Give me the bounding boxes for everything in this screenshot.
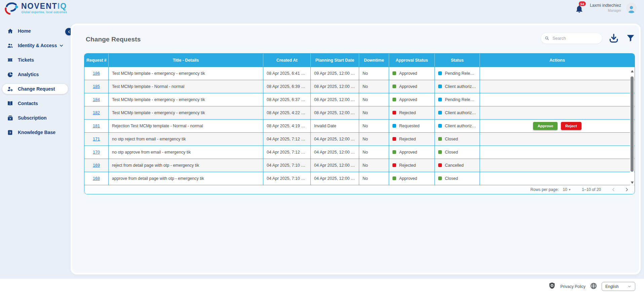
cell-downtime: No xyxy=(359,145,389,159)
cell-created-at: 04 Apr 2025, 7:12 PM xyxy=(263,145,311,159)
scroll-up-arrow[interactable] xyxy=(631,70,634,72)
brand-name: NOVENTIQ xyxy=(21,2,67,10)
sidebar-item-label: Subscription xyxy=(18,115,47,121)
notifications-button[interactable]: 54 xyxy=(575,2,585,13)
privacy-policy-link[interactable]: Privacy Policy xyxy=(560,284,585,289)
cell-approval-status: Requested xyxy=(389,119,435,132)
status-label: Closed xyxy=(445,176,458,181)
sidebar-item-subscription[interactable]: Subscription xyxy=(2,113,68,123)
request-link[interactable]: 185 xyxy=(93,84,100,89)
request-link[interactable]: 182 xyxy=(93,110,100,115)
status-label: Cancelled xyxy=(445,163,464,168)
request-link[interactable]: 170 xyxy=(93,150,100,155)
request-link[interactable]: 168 xyxy=(93,176,100,181)
cell-title: Test MCMp template - emergency - emergen… xyxy=(109,93,263,106)
status-dot xyxy=(438,111,442,115)
column-header-approval: Approval Status xyxy=(389,54,435,67)
cell-created-at: 04 Apr 2025, 7:10 PM xyxy=(263,159,311,172)
sidebar-item-knowledge-base[interactable]: ?Knowledge Base xyxy=(2,127,68,137)
chevron-left-icon xyxy=(610,187,616,193)
user-avatar[interactable] xyxy=(626,3,637,13)
filter-button[interactable] xyxy=(626,33,635,44)
cell-approval-status: Approved xyxy=(389,145,435,159)
globe-icon xyxy=(590,282,597,291)
status-dot xyxy=(438,85,442,88)
user-name: Laxmi indtechiez xyxy=(590,3,621,8)
next-page-button[interactable] xyxy=(624,187,630,193)
scrollbar-thumb[interactable] xyxy=(631,76,634,172)
approval-status-label: Rejected xyxy=(399,163,416,168)
column-header-downtime: Downtime xyxy=(359,54,389,67)
sidebar-item-change-request[interactable]: Change Request xyxy=(2,84,68,94)
request-link[interactable]: 181 xyxy=(93,124,100,128)
approval-status-dot xyxy=(392,150,396,154)
privacy-shield-icon xyxy=(548,282,556,291)
sidebar-item-contacts[interactable]: Contacts xyxy=(2,98,68,108)
search-icon xyxy=(544,36,550,42)
cell-created-at: 08 Apr 2025, 4:22 PM xyxy=(263,106,311,119)
table-row: 186Test MCMp template - emergency - emer… xyxy=(84,67,635,80)
user-info: Laxmi indtechiez Manager xyxy=(590,3,621,12)
approval-status-label: Approved xyxy=(399,150,417,155)
cell-actions xyxy=(480,172,635,185)
cell-title: Rejection Test MCMp template - Normal - … xyxy=(109,119,263,132)
status-label: Client authorization xyxy=(445,110,480,115)
sidebar-item-tickets[interactable]: Tickets xyxy=(2,55,68,65)
cell-status: Pending Release xyxy=(435,93,480,106)
download-button[interactable] xyxy=(608,33,620,45)
cell-downtime: No xyxy=(359,80,389,93)
search-input[interactable] xyxy=(541,33,602,44)
cell-planning-start: 04 Apr 2025, 12:00 AM xyxy=(311,172,359,185)
request-link[interactable]: 169 xyxy=(93,163,100,168)
cell-actions xyxy=(480,80,635,93)
sidebar-item-identity-access[interactable]: Identity & Access xyxy=(2,40,68,51)
request-link[interactable]: 171 xyxy=(93,137,100,141)
status-label: Client authorization xyxy=(445,124,480,128)
sidebar-item-label: Identity & Access xyxy=(18,43,57,48)
cell-created-at: 04 Apr 2025, 7:12 PM xyxy=(263,132,311,145)
cell-status: Closed xyxy=(435,145,480,159)
cell-status: Client authorization xyxy=(435,80,480,93)
analytics-icon xyxy=(7,71,13,78)
reject-button[interactable]: Reject xyxy=(561,122,581,130)
request-link[interactable]: 184 xyxy=(93,97,100,102)
approve-button[interactable]: Approve xyxy=(533,122,558,130)
table-row: 184Test MCMp template - emergency - emer… xyxy=(84,93,635,106)
people-icon xyxy=(7,42,13,49)
filter-icon xyxy=(626,33,635,43)
home-icon xyxy=(7,28,13,34)
column-header-created: Created At xyxy=(263,54,311,67)
cell-downtime: No xyxy=(359,106,389,119)
rows-per-page-select[interactable]: 10▾ xyxy=(563,187,570,192)
sidebar-item-analytics[interactable]: Analytics xyxy=(2,69,68,79)
approval-status-dot xyxy=(392,111,396,115)
cell-actions xyxy=(480,132,635,145)
sidebar-item-label: Contacts xyxy=(18,101,38,106)
sidebar-nav: HomeIdentity & AccessTicketsAnalyticsCha… xyxy=(0,26,71,142)
change-requests-table: Request # Title - Details Created At Pla… xyxy=(84,53,635,194)
approval-status-label: Requested xyxy=(399,124,419,128)
caret-down-icon: ▾ xyxy=(569,188,571,191)
table-header-row: Request # Title - Details Created At Pla… xyxy=(84,54,635,67)
previous-page-button[interactable] xyxy=(610,187,616,193)
scroll-down-arrow[interactable] xyxy=(631,182,634,184)
sidebar-item-label: Tickets xyxy=(18,57,34,63)
status-dot xyxy=(438,71,442,75)
cell-created-at: 08 Apr 2025, 6:41 PM xyxy=(263,67,311,80)
main-content-card: Change Requests xyxy=(71,24,641,274)
table-body: 186Test MCMp template - emergency - emer… xyxy=(84,67,635,185)
sidebar-item-home[interactable]: Home xyxy=(2,26,68,36)
status-label: Closed xyxy=(445,150,458,155)
sidebar-item-label: Change Request xyxy=(18,86,55,92)
cell-title: Test MCMp template - emergency - emergen… xyxy=(109,106,263,119)
table-scrollbar xyxy=(630,67,634,186)
cell-downtime: No xyxy=(359,172,389,185)
cell-actions: ApproveReject xyxy=(480,119,635,132)
cell-status: Closed xyxy=(435,132,480,145)
page-title: Change Requests xyxy=(86,36,141,43)
noventiq-logo[interactable]: NOVENTIQ Global expertise, local outcome… xyxy=(3,1,67,17)
request-link[interactable]: 186 xyxy=(93,71,100,76)
language-select[interactable]: English xyxy=(602,282,635,291)
cell-planning-start: Invalid Date xyxy=(311,119,359,132)
cell-downtime: No xyxy=(359,93,389,106)
